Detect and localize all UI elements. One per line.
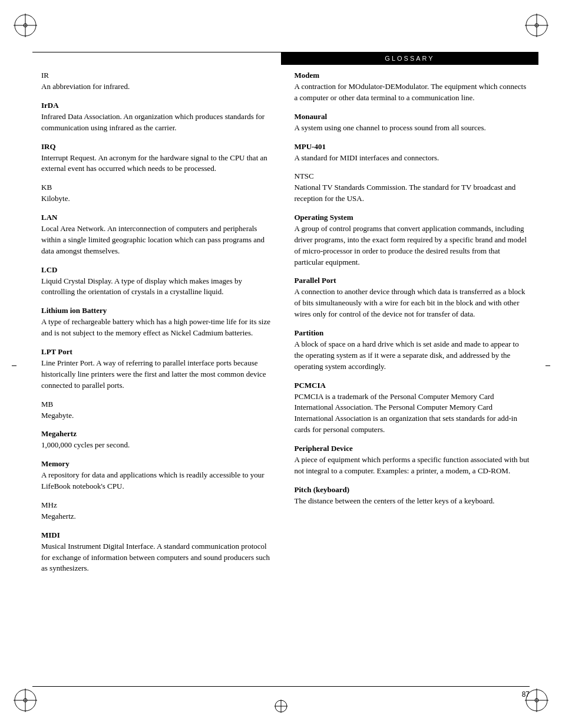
entry-term: PCMCIA xyxy=(295,381,530,390)
entry-term: Peripheral Device xyxy=(295,444,530,453)
entry-definition: A contraction for MOdulator-DEModulator.… xyxy=(295,81,530,104)
list-item: IrDAInfrared Data Association. An organi… xyxy=(41,101,277,134)
right-column: ModemA contraction for MOdulator-DEModul… xyxy=(295,71,530,681)
entry-term: IRQ xyxy=(41,142,277,151)
list-item: IRQInterrupt Request. An acronym for the… xyxy=(41,142,277,175)
entry-definition: PCMCIA is a trademark of the Personal Co… xyxy=(295,391,530,436)
entry-definition: A piece of equipment which performs a sp… xyxy=(295,454,530,477)
list-item: MPU-401A standard for MIDI interfaces an… xyxy=(295,142,530,164)
list-item: LANLocal Area Network. An interconnectio… xyxy=(41,213,277,257)
entry-term: MHz xyxy=(41,500,277,510)
page: Glossary IRAn abbreviation for infrared.… xyxy=(0,0,562,728)
content-area: IRAn abbreviation for infrared.IrDAInfra… xyxy=(41,71,530,681)
entry-definition: An abbreviation for infrared. xyxy=(41,81,277,93)
list-item: Pitch (keyboard)The distance between the… xyxy=(295,485,530,507)
entry-term: NTSC xyxy=(295,172,530,181)
entry-definition: A type of rechargeable battery which has… xyxy=(41,317,277,339)
entry-term: IR xyxy=(41,71,277,80)
list-item: KBKilobyte. xyxy=(41,183,277,205)
list-item: PartitionA block of space on a hard driv… xyxy=(295,328,530,373)
entry-term: MB xyxy=(41,400,277,409)
entry-term: MPU-401 xyxy=(295,142,530,151)
entry-definition: Megabyte. xyxy=(41,410,277,421)
entry-term: Parallel Port xyxy=(295,276,530,285)
entry-term: KB xyxy=(41,183,277,192)
entry-definition: Liquid Crystal Display. A type of displa… xyxy=(41,276,277,298)
entry-definition: A repository for data and applications w… xyxy=(41,470,277,492)
list-item: LPT PortLine Printer Port. A way of refe… xyxy=(41,347,277,391)
entry-term: LPT Port xyxy=(41,347,277,357)
list-item: Parallel PortA connection to another dev… xyxy=(295,276,530,320)
side-mark-right xyxy=(546,365,550,366)
top-line xyxy=(32,52,281,52)
list-item: ModemA contraction for MOdulator-DEModul… xyxy=(295,71,530,104)
entry-term: Pitch (keyboard) xyxy=(295,485,530,495)
entry-definition: Interrupt Request. An acronym for the ha… xyxy=(41,153,277,175)
entry-definition: Kilobyte. xyxy=(41,193,277,205)
side-mark-left xyxy=(12,365,16,366)
entry-definition: Line Printer Port. A way of referring to… xyxy=(41,358,277,391)
list-item: Lithium ion BatteryA type of rechargeabl… xyxy=(41,306,277,339)
list-item: MBMegabyte. xyxy=(41,400,277,421)
bottom-line xyxy=(32,686,530,687)
entry-term: Operating System xyxy=(295,213,530,222)
entry-definition: National TV Standards Commission. The st… xyxy=(295,182,530,205)
list-item: MonauralA system using one channel to pr… xyxy=(295,112,530,134)
list-item: MHzMegahertz. xyxy=(41,500,277,522)
entry-definition: Local Area Network. An interconnection o… xyxy=(41,223,277,257)
entry-definition: Megahertz. xyxy=(41,511,277,522)
entry-definition: A system using one channel to process so… xyxy=(295,123,530,134)
list-item: LCDLiquid Crystal Display. A type of dis… xyxy=(41,265,277,298)
corner-ornament-tr xyxy=(522,11,551,42)
entry-definition: The distance between the centers of the … xyxy=(295,496,530,507)
entry-term: LCD xyxy=(41,265,277,275)
entry-definition: A block of space on a hard drive which i… xyxy=(295,339,530,373)
list-item: PCMCIAPCMCIA is a trademark of the Perso… xyxy=(295,381,530,436)
entry-definition: 1,000,000 cycles per second. xyxy=(41,440,277,451)
list-item: IRAn abbreviation for infrared. xyxy=(41,71,277,93)
bottom-center-mark xyxy=(272,697,290,717)
entry-term: LAN xyxy=(41,213,277,222)
entry-term: Memory xyxy=(41,459,277,469)
entry-term: IrDA xyxy=(41,101,277,110)
entry-term: Partition xyxy=(295,328,530,338)
list-item: NTSCNational TV Standards Commission. Th… xyxy=(295,172,530,205)
list-item: Operating SystemA group of control progr… xyxy=(295,213,530,268)
entry-definition: Musical Instrument Digital Interface. A … xyxy=(41,541,277,575)
entry-term: Lithium ion Battery xyxy=(41,306,277,315)
corner-ornament-bl xyxy=(11,686,40,717)
entry-definition: A group of control programs that convert… xyxy=(295,223,530,268)
entry-definition: A connection to another device through w… xyxy=(295,286,530,320)
left-column: IRAn abbreviation for infrared.IrDAInfra… xyxy=(41,71,277,681)
entry-term: Modem xyxy=(295,71,530,80)
entry-term: MIDI xyxy=(41,531,277,540)
list-item: Megahertz1,000,000 cycles per second. xyxy=(41,429,277,451)
entry-term: Monaural xyxy=(295,112,530,121)
entry-term: Megahertz xyxy=(41,429,277,439)
entry-definition: Infrared Data Association. An organizati… xyxy=(41,111,277,134)
page-number: 87 xyxy=(522,690,530,699)
header-bar: Glossary xyxy=(281,52,538,65)
header-title: Glossary xyxy=(385,55,434,62)
list-item: Peripheral DeviceA piece of equipment wh… xyxy=(295,444,530,477)
list-item: MemoryA repository for data and applicat… xyxy=(41,459,277,492)
corner-ornament-tl xyxy=(11,11,40,42)
list-item: MIDIMusical Instrument Digital Interface… xyxy=(41,531,277,575)
entry-definition: A standard for MIDI interfaces and conne… xyxy=(295,153,530,164)
